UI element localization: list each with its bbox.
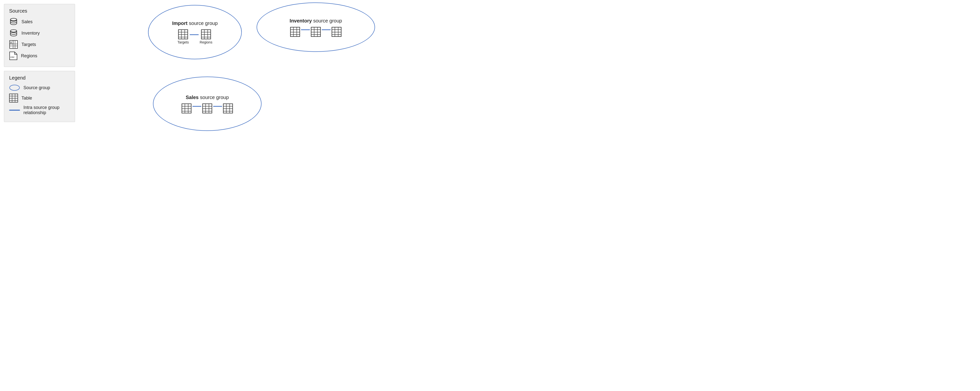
source-label-regions: Regions (21, 53, 37, 59)
import-targets-label: Targets (177, 40, 189, 44)
source-label-inventory: Inventory (21, 30, 40, 36)
legend-ellipse-icon (9, 84, 20, 91)
table-icon-inv3 (332, 27, 342, 37)
inventory-table-1 (290, 27, 300, 37)
inventory-source-group: Inventory source group (256, 2, 375, 52)
sources-title: Sources (9, 8, 70, 14)
left-panel: Sources Sales (0, 0, 79, 195)
import-tables-row: Targets Regions (177, 29, 212, 44)
import-table-targets: Targets (177, 29, 189, 44)
svg-rect-39 (311, 27, 320, 37)
svg-rect-27 (201, 30, 211, 39)
table-icon-inv1 (290, 27, 300, 37)
csv-icon-regions: CSV (9, 51, 18, 60)
sales-group-title-bold: Sales (186, 94, 199, 100)
table-icon-sales3 (223, 104, 233, 113)
import-connector-1 (190, 34, 199, 35)
svg-point-14 (10, 85, 19, 90)
inventory-tables-row (290, 27, 342, 37)
table-icon-sales1 (181, 104, 191, 113)
sales-source-group: Sales source group (153, 77, 261, 131)
sales-table-1 (181, 104, 191, 113)
sales-group-title-rest: source group (200, 94, 229, 100)
sales-table-2 (202, 104, 212, 113)
inventory-group-title-bold: Inventory (290, 18, 312, 24)
legend-title: Legend (9, 75, 70, 81)
sales-connector-2 (213, 106, 222, 107)
svg-point-3 (10, 30, 17, 32)
legend-item-relationship: Intra source group relationship (9, 105, 70, 115)
legend-item-table: Table (9, 94, 70, 102)
inventory-table-2 (311, 27, 321, 37)
sales-tables-row (181, 104, 233, 113)
import-group-title-rest: source group (189, 21, 218, 26)
sales-connector-1 (192, 106, 201, 107)
inventory-connector-1 (301, 29, 310, 30)
import-table-regions: Regions (200, 29, 212, 44)
table-icon-regions (201, 29, 211, 39)
source-item-sales: Sales (9, 17, 70, 26)
import-source-group: Import source group Targets (148, 5, 242, 59)
svg-rect-45 (332, 27, 341, 37)
svg-rect-57 (202, 104, 212, 113)
inventory-connector-2 (322, 29, 331, 30)
table-icon-legend (9, 94, 18, 102)
sources-box: Sources Sales (4, 4, 75, 67)
table-icon-inv2 (311, 27, 321, 37)
db-icon-inventory (9, 29, 18, 38)
legend-label-source-group: Source group (24, 85, 50, 90)
svg-rect-63 (223, 104, 233, 113)
table-icon-targets (178, 29, 188, 39)
source-item-targets: X Targets (9, 40, 70, 49)
sales-table-3 (223, 104, 233, 113)
diagram-area: Import source group Targets (79, 0, 490, 195)
legend-line-icon (9, 110, 20, 111)
svg-text:X: X (10, 41, 12, 44)
legend-item-source-group: Source group (9, 84, 70, 91)
svg-rect-51 (182, 104, 191, 113)
sales-group-title: Sales source group (186, 94, 229, 101)
source-label-targets: Targets (21, 42, 36, 47)
excel-icon-targets: X (9, 40, 18, 49)
svg-rect-33 (290, 27, 300, 37)
source-item-inventory: Inventory (9, 29, 70, 38)
legend-label-table: Table (21, 96, 32, 101)
legend-box: Legend Source group Table (4, 71, 75, 122)
svg-rect-15 (10, 94, 18, 102)
inventory-group-title: Inventory source group (290, 18, 342, 24)
source-item-regions: CSV Regions (9, 51, 70, 60)
import-group-title: Import source group (172, 20, 218, 26)
db-icon-sales (9, 17, 18, 26)
svg-text:CSV: CSV (10, 56, 14, 58)
inventory-table-3 (332, 27, 342, 37)
inventory-group-title-rest: source group (313, 18, 342, 24)
svg-rect-21 (178, 30, 188, 39)
table-icon-sales2 (202, 104, 212, 113)
import-regions-label: Regions (200, 40, 212, 44)
source-label-sales: Sales (21, 19, 33, 24)
import-group-title-bold: Import (172, 21, 188, 26)
legend-label-relationship: Intra source group relationship (24, 105, 70, 115)
svg-point-0 (10, 18, 17, 21)
